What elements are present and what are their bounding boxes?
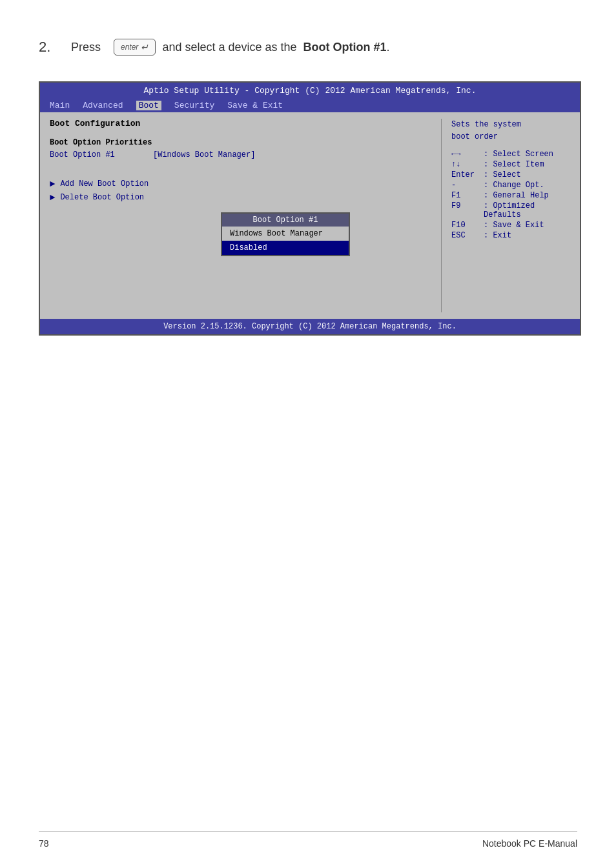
add-boot-label: Add New Boot Option [60,179,149,188]
boot-option-label: Boot Option #1 [50,150,153,159]
bios-nav: Main Advanced Boot Security Save & Exit [40,99,580,112]
key-esc: ESC [451,231,484,240]
dropdown-item-disabled[interactable]: Disabled [222,241,349,255]
key-arrows: ←→ [451,150,484,159]
nav-advanced[interactable]: Advanced [83,101,123,110]
subsection-title: Boot Option Priorities [50,138,435,147]
enter-key-button: enter ↵ [114,39,156,56]
page-container: 2. Press enter ↵ and select a device as … [0,0,616,868]
enter-arrow: ↵ [141,42,149,52]
delete-boot-label: Delete Boot Option [60,193,144,202]
key-f10: F10 [451,221,484,230]
nav-save-exit[interactable]: Save & Exit [227,101,283,110]
instruction-line: 2. Press enter ↵ and select a device as … [39,39,577,56]
dropdown-item-windows[interactable]: Windows Boot Manager [222,227,349,241]
arrow-right-icon: ► [50,179,55,189]
key-hint-arrows: ←→ : Select Screen [451,150,570,159]
boot-option-value: [Windows Boot Manager] [153,150,255,159]
key-hint-updown: ↑↓ : Select Item [451,160,570,169]
key-hint-f1: F1 : General Help [451,191,570,200]
help-text: Sets the systemboot order [451,119,570,143]
instruction-text: and select a device as the Boot Option #… [162,41,389,54]
key-minus: - [451,181,484,190]
add-boot-option[interactable]: ► Add New Boot Option [50,179,435,189]
section-title: Boot Configuration [50,119,435,128]
page-footer: 78 Notebook PC E-Manual [39,831,577,849]
key-f1: F1 [451,191,484,200]
key-enter: Enter [451,170,484,179]
bios-footer: Version 2.15.1236. Copyright (C) 2012 Am… [40,319,580,334]
dropdown-title: Boot Option #1 [222,214,349,227]
key-updown: ↑↓ [451,160,484,169]
step-number: 2. [39,39,58,56]
nav-security[interactable]: Security [174,101,214,110]
key-hint-minus: - : Change Opt. [451,181,570,190]
key-hint-f10: F10 : Save & Exit [451,221,570,230]
arrow-right-icon-2: ► [50,192,55,203]
dropdown-popup: Boot Option #1 Windows Boot Manager Disa… [221,212,350,256]
bios-body: Boot Configuration Boot Option Prioritie… [40,112,580,319]
bios-screen: Aptio Setup Utility - Copyright (C) 2012… [39,81,581,336]
key-hints: ←→ : Select Screen ↑↓ : Select Item Ente… [451,150,570,240]
nav-main[interactable]: Main [50,101,70,110]
nav-boot[interactable]: Boot [136,101,161,110]
key-hint-enter: Enter : Select [451,170,570,179]
boot-option-bold: Boot Option #1 [303,41,387,54]
delete-boot-option[interactable]: ► Delete Boot Option [50,192,435,203]
bios-left-panel: Boot Configuration Boot Option Prioritie… [50,119,441,312]
bios-header: Aptio Setup Utility - Copyright (C) 2012… [40,83,580,99]
press-label: Press [71,41,101,54]
enter-key-label: enter [121,43,138,52]
page-number: 78 [39,838,49,849]
key-hint-f9: F9 : Optimized Defaults [451,201,570,219]
bios-right-panel: Sets the systemboot order ←→ : Select Sc… [441,119,570,312]
boot-option-row: Boot Option #1 [Windows Boot Manager] [50,150,435,159]
action-items: ► Add New Boot Option ► Delete Boot Opti… [50,179,435,203]
manual-title: Notebook PC E-Manual [482,838,577,849]
key-hint-esc: ESC : Exit [451,231,570,240]
key-f9: F9 [451,201,484,219]
